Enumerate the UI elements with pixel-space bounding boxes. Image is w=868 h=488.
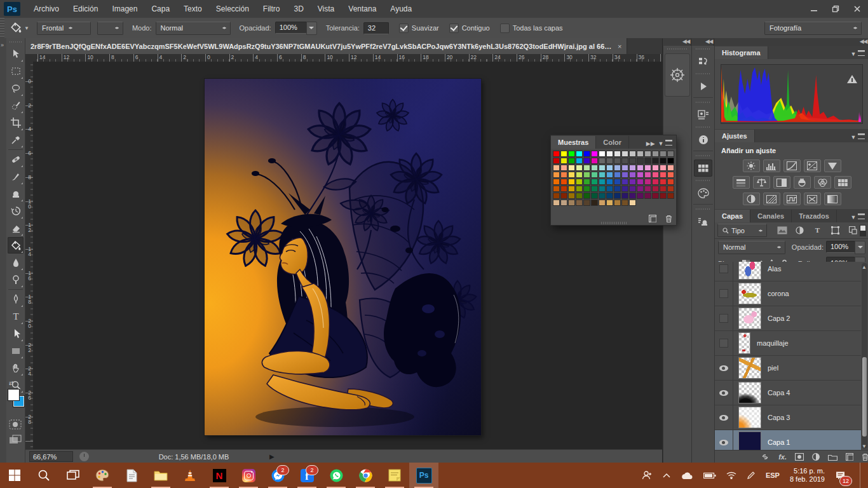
layer-thumbnail[interactable]: [738, 308, 761, 329]
layer-name[interactable]: maquillaje: [757, 339, 789, 347]
opacity-dropdown-icon[interactable]: [306, 22, 317, 35]
swatch[interactable]: [560, 158, 567, 164]
tab-trazados[interactable]: Trazados: [792, 210, 837, 222]
filter-shape-layers-icon[interactable]: [829, 226, 842, 234]
swatch[interactable]: [644, 186, 651, 192]
tool-history-brush[interactable]: [8, 203, 24, 219]
panel-icon-info[interactable]: [694, 131, 712, 148]
panel-menu-icon[interactable]: ▼: [851, 214, 865, 219]
adjustment-brillo-contraste-icon[interactable]: [743, 159, 760, 172]
opacity-dropdown-icon[interactable]: [855, 241, 865, 254]
swatch[interactable]: [553, 179, 560, 185]
swatch[interactable]: [553, 193, 560, 199]
layer-row-maquillaje[interactable]: maquillaje: [715, 331, 861, 356]
swatch[interactable]: [637, 186, 644, 192]
tool-quick-selection[interactable]: [8, 97, 24, 114]
taskbar-app-start[interactable]: [0, 463, 29, 488]
tool-blur[interactable]: [8, 254, 24, 271]
swatch[interactable]: [660, 186, 667, 192]
swatch[interactable]: [614, 193, 621, 199]
swatch[interactable]: [560, 179, 567, 185]
layer-row-corona[interactable]: corona: [715, 281, 861, 306]
swatch[interactable]: [560, 172, 567, 178]
swatch[interactable]: [660, 165, 667, 171]
layer-name[interactable]: Alas: [768, 265, 781, 273]
swatch[interactable]: [629, 193, 636, 199]
panel-icon-styles[interactable]: [694, 106, 712, 123]
adjustment-mezclador-canales-icon[interactable]: [814, 176, 831, 189]
swatch[interactable]: [583, 193, 590, 199]
swatch[interactable]: [606, 151, 613, 157]
close-icon[interactable]: [846, 1, 868, 17]
swatch[interactable]: [644, 165, 651, 171]
new-swatch-icon[interactable]: [649, 215, 656, 224]
swatch[interactable]: [637, 172, 644, 178]
swatch[interactable]: [667, 151, 674, 157]
adjustment-busqueda-color-icon[interactable]: [834, 176, 851, 189]
swatch[interactable]: [621, 179, 628, 185]
visibility-empty-icon[interactable]: [719, 339, 728, 348]
layer-thumbnail[interactable]: [738, 283, 761, 304]
swatch[interactable]: [553, 151, 560, 157]
checkbox-icon[interactable]: [449, 24, 459, 33]
layer-thumbnail[interactable]: [738, 407, 761, 428]
swatch[interactable]: [560, 151, 567, 157]
delete-layer-icon[interactable]: [862, 453, 868, 461]
swatch[interactable]: [599, 151, 606, 157]
swatch[interactable]: [637, 165, 644, 171]
taskbar-app-netflix[interactable]: N: [205, 463, 234, 488]
filter-type-layers-icon[interactable]: T: [811, 226, 824, 234]
menu-item-3d[interactable]: 3D: [287, 4, 310, 13]
panel-resize-grip[interactable]: [601, 222, 627, 224]
collapse-dock[interactable]: ◀◀: [714, 38, 868, 46]
swatch[interactable]: [591, 151, 598, 157]
tab-canales[interactable]: Canales: [750, 210, 792, 222]
swatch[interactable]: [583, 186, 590, 192]
clock[interactable]: 5:16 p. m. 8 feb. 2019: [790, 467, 825, 484]
visibility-empty-icon[interactable]: [719, 289, 728, 298]
adjustment-umbral-icon[interactable]: [783, 193, 801, 205]
swatch[interactable]: [591, 200, 598, 206]
swatch[interactable]: [606, 158, 613, 164]
adjustments-tab[interactable]: Ajustes: [715, 130, 755, 142]
panel-menu-icon[interactable]: ▼: [851, 133, 865, 139]
visibility-eye-icon[interactable]: [719, 365, 728, 371]
swatch[interactable]: [599, 172, 606, 178]
swatch[interactable]: [637, 193, 644, 199]
swatch[interactable]: [553, 158, 560, 164]
panel-flyout-icons[interactable]: ▶▶ ▼: [646, 140, 672, 146]
menu-item-archivo[interactable]: Archivo: [27, 4, 66, 13]
swatch[interactable]: [599, 200, 606, 206]
swatch[interactable]: [629, 165, 636, 171]
quick-mask-icon[interactable]: [9, 419, 22, 431]
new-layer-icon[interactable]: [846, 453, 853, 461]
opacity-value[interactable]: 100%: [275, 22, 307, 34]
swatch[interactable]: [652, 193, 659, 199]
taskbar-app-photoshop[interactable]: Ps: [409, 463, 438, 488]
navigator-icon[interactable]: [665, 53, 690, 97]
adjustment-exposicion-icon[interactable]: [804, 159, 821, 172]
swatch[interactable]: [652, 179, 659, 185]
swatch[interactable]: [637, 151, 644, 157]
swatch[interactable]: [560, 165, 567, 171]
minimize-icon[interactable]: [803, 1, 825, 17]
swatch[interactable]: [553, 165, 560, 171]
adjustment-equilibrio-color-icon[interactable]: [753, 176, 770, 189]
layer-thumbnail[interactable]: [738, 431, 761, 450]
adjustment-intensidad-icon[interactable]: [824, 159, 841, 172]
swatch[interactable]: [621, 165, 628, 171]
swatch[interactable]: [660, 193, 667, 199]
layer-thumbnail[interactable]: [738, 262, 761, 280]
scroll-up-icon[interactable]: ▲: [862, 264, 867, 270]
visibility-cell[interactable]: [715, 405, 733, 430]
show-desktop-button[interactable]: [860, 463, 863, 488]
swatch[interactable]: [599, 179, 606, 185]
swatch[interactable]: [614, 200, 621, 206]
swatch[interactable]: [576, 158, 583, 164]
swatch[interactable]: [644, 172, 651, 178]
layer-thumbnail[interactable]: [738, 357, 761, 379]
taskbar-app-messenger[interactable]: 2: [263, 463, 292, 488]
swatch[interactable]: [599, 158, 606, 164]
taskbar-app-notepad[interactable]: [117, 463, 146, 488]
swatch[interactable]: [667, 165, 674, 171]
